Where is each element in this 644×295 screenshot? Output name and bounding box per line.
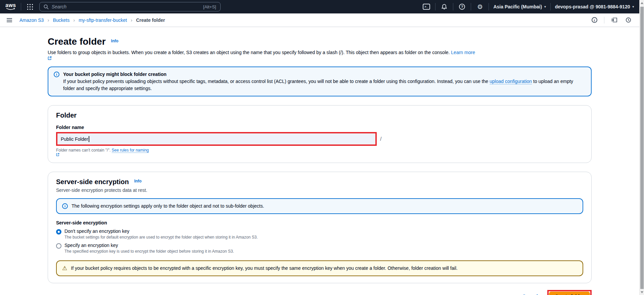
encryption-card-description: Server-side encryption protects data at …	[56, 187, 583, 193]
naming-rules-link[interactable]: See rules for naming	[112, 148, 149, 153]
search-placeholder: Search	[52, 4, 200, 9]
aws-logo-text: aws	[5, 3, 16, 8]
topbar-divider	[550, 3, 551, 10]
breadcrumb-separator-icon: ›	[47, 17, 49, 23]
chevron-down-icon: ▾	[632, 5, 634, 8]
radio-description: The bucket settings for default encrypti…	[64, 235, 258, 240]
constraint-text: Folder names can't contain "/".	[56, 148, 112, 153]
search-shortcut-hint: [Alt+S]	[203, 4, 216, 9]
page-header: Create folder Info	[48, 36, 592, 47]
external-link-icon	[48, 56, 592, 60]
radio-selected-icon[interactable]	[56, 229, 61, 235]
topbar-divider	[471, 3, 471, 10]
radio-option-specify-key[interactable]: Specify an encryption key The specified …	[56, 243, 583, 254]
account-menu[interactable]: devops-prasad @ 9081-9884-9120 ▾	[555, 4, 634, 9]
form-actions: Cancel Create folder	[48, 290, 592, 295]
breadcrumb-tools-divider	[604, 17, 604, 24]
apps-grid-icon[interactable]	[26, 2, 35, 11]
recent-activity-clock-icon[interactable]	[624, 16, 633, 25]
info-circle-icon: i	[62, 203, 68, 209]
alert-body: If your bucket policy prevents uploading…	[63, 78, 586, 92]
aws-smile-icon	[6, 8, 16, 10]
scrollbar-thumb[interactable]	[640, 7, 644, 289]
page-title: Create folder	[48, 36, 106, 47]
warning-triangle-icon: ⚠	[62, 265, 67, 271]
breadcrumb-bucket-name[interactable]: my-sftp-transfer-bucket	[79, 17, 127, 23]
upload-configuration-link[interactable]: upload configuration	[490, 79, 532, 84]
radio-label: Don't specify an encryption key	[64, 228, 258, 234]
topbar-right-group: >_ ? ⚙ Asia Pacific (Mumbai) ▾ devops-pr…	[422, 2, 634, 11]
notifications-bell-icon[interactable]	[440, 2, 449, 11]
topbar-divider	[435, 3, 435, 10]
vertical-scrollbar[interactable]	[639, 0, 644, 295]
annotation-highlight-box: Public Folder	[56, 132, 377, 146]
page-info-link[interactable]: Info	[111, 39, 119, 43]
bucket-policy-info-alert: i Your bucket policy might block folder …	[48, 67, 592, 96]
page-description: Use folders to group objects in buckets.…	[48, 49, 592, 60]
search-input[interactable]: Search [Alt+S]	[39, 2, 221, 11]
encryption-card-title: Server-side encryption	[56, 178, 129, 186]
cancel-button[interactable]: Cancel	[522, 294, 538, 295]
alert-title: Your bucket policy might block folder cr…	[63, 71, 586, 78]
main-content: Create folder Info Use folders to group …	[0, 27, 644, 295]
encryption-info-link[interactable]: Info	[134, 179, 142, 183]
text-cursor	[89, 136, 89, 142]
radio-unselected-icon[interactable]	[56, 243, 61, 249]
notifications-log-panel-icon[interactable]	[610, 16, 618, 25]
radio-label: Specify an encryption key	[64, 243, 234, 248]
cloudshell-icon[interactable]: >_	[422, 2, 431, 11]
region-selector[interactable]: Asia Pacific (Mumbai) ▾	[493, 4, 546, 9]
folder-card-title: Folder	[56, 112, 77, 119]
folder-suffix-slash: /	[380, 136, 381, 142]
folder-name-label: Folder name	[56, 125, 583, 130]
breadcrumb-bar: Amazon S3 › Buckets › my-sftp-transfer-b…	[0, 13, 644, 27]
alert-body-text: If your bucket policy prevents uploading…	[63, 79, 490, 84]
info-panel-icon[interactable]: i	[590, 16, 599, 25]
breadcrumb-current-page: Create folder	[136, 17, 165, 23]
account-label: devops-prasad @ 9081-9884-9120	[555, 4, 630, 9]
breadcrumb-buckets[interactable]: Buckets	[53, 17, 70, 23]
settings-gear-icon[interactable]: ⚙	[475, 2, 484, 11]
scrollbar-up-arrow-icon[interactable]	[641, 2, 643, 4]
breadcrumb-amazon-s3[interactable]: Amazon S3	[19, 17, 44, 23]
top-navigation-bar: aws Search [Alt+S] >_	[0, 0, 644, 13]
folder-name-input[interactable]: Public Folder	[57, 133, 375, 144]
warning-text: If your bucket policy requires objects t…	[71, 265, 457, 272]
breadcrumb-separator-icon: ›	[131, 17, 132, 23]
folder-name-constraint: Folder names can't contain "/". See rule…	[56, 148, 583, 156]
encryption-card: Server-side encryption Info Server-side …	[48, 172, 592, 283]
external-link-icon	[56, 153, 583, 156]
chevron-down-icon: ▾	[544, 5, 546, 8]
search-icon	[44, 4, 49, 9]
annotation-highlight-box: Create folder	[547, 290, 592, 295]
alert-content: Your bucket policy might block folder cr…	[63, 71, 586, 92]
aws-logo[interactable]: aws	[5, 3, 16, 10]
encryption-group-label: Server-side encryption	[56, 220, 583, 225]
scrollbar-down-arrow-icon[interactable]	[641, 291, 643, 293]
encryption-warning-alert: ⚠ If your bucket policy requires objects…	[56, 260, 583, 276]
hamburger-menu-icon[interactable]	[5, 17, 13, 24]
topbar-divider	[453, 3, 453, 10]
help-icon[interactable]: ?	[458, 2, 466, 11]
breadcrumb-separator-icon: ›	[73, 17, 75, 23]
alert-body: The following encryption settings apply …	[72, 203, 264, 210]
region-label: Asia Pacific (Mumbai)	[493, 4, 542, 9]
learn-more-link[interactable]: Learn more	[451, 50, 475, 55]
topbar-divider	[489, 3, 489, 10]
breadcrumb-right-tools: i	[590, 16, 633, 25]
radio-option-dont-specify-key[interactable]: Don't specify an encryption key The buck…	[56, 228, 583, 240]
radio-description: The specified encryption key is used to …	[64, 249, 234, 254]
folder-name-value: Public Folder	[61, 136, 88, 142]
breadcrumb: Amazon S3 › Buckets › my-sftp-transfer-b…	[19, 17, 165, 23]
topbar-divider	[21, 3, 21, 10]
page-description-text: Use folders to group objects in buckets.…	[48, 50, 451, 55]
folder-card: Folder Folder name Public Folder / Folde…	[48, 105, 592, 163]
encryption-scope-info-alert: i The following encryption settings appl…	[56, 198, 583, 214]
info-circle-icon: i	[54, 72, 59, 77]
create-folder-button[interactable]: Create folder	[549, 292, 590, 295]
